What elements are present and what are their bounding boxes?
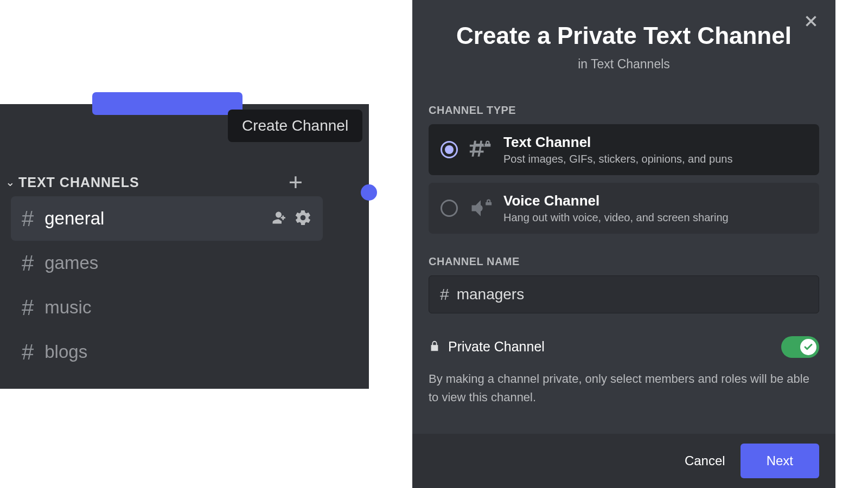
channel-name-input[interactable] [457, 286, 808, 303]
modal-footer: Cancel Next [412, 434, 835, 488]
section-label-channel-name: CHANNEL NAME [429, 255, 819, 268]
section-label-channel-type: CHANNEL TYPE [429, 104, 819, 117]
radio-selected-icon [441, 141, 458, 158]
hash-icon: # [440, 285, 449, 304]
channel-sidebar-snippet: Create Channel ⌄ TEXT CHANNELS + # gener… [0, 104, 369, 389]
radio-unselected-icon [441, 200, 458, 217]
channel-name-input-wrapper[interactable]: # [429, 275, 819, 313]
private-channel-description: By making a channel private, only select… [429, 370, 819, 407]
hash-icon: # [22, 251, 34, 275]
next-button[interactable]: Next [741, 444, 819, 478]
active-indicator-pill [92, 92, 242, 115]
close-button[interactable] [802, 12, 820, 33]
invite-people-icon[interactable] [270, 209, 288, 229]
channel-type-text[interactable]: Text Channel Post images, GIFs, stickers… [429, 124, 819, 175]
add-channel-button[interactable]: + [289, 168, 303, 196]
channel-name: general [44, 208, 104, 229]
channel-item-general[interactable]: # general [11, 196, 323, 241]
cancel-button[interactable]: Cancel [685, 453, 725, 468]
text-channel-lock-icon [469, 138, 493, 162]
channel-type-voice[interactable]: Voice Channel Hang out with voice, video… [429, 183, 819, 234]
create-channel-modal: Create a Private Text Channel in Text Ch… [412, 0, 835, 488]
hash-icon: # [22, 296, 34, 320]
channel-item-blogs[interactable]: # blogs [11, 330, 323, 374]
hash-icon: # [22, 340, 34, 364]
channel-item-music[interactable]: # music [11, 285, 323, 330]
notification-dot [361, 184, 377, 201]
channel-name: blogs [44, 342, 87, 362]
voice-channel-lock-icon [469, 196, 493, 220]
type-title: Voice Channel [503, 192, 729, 209]
category-header-text-channels[interactable]: ⌄ TEXT CHANNELS + [5, 168, 309, 196]
private-channel-label: Private Channel [448, 339, 545, 355]
modal-subtitle: in Text Channels [434, 57, 814, 72]
lock-icon [429, 340, 441, 354]
channel-name: games [44, 253, 98, 273]
channel-item-games[interactable]: # games [11, 241, 323, 285]
private-channel-row: Private Channel [429, 336, 819, 358]
type-title: Text Channel [503, 134, 732, 151]
toggle-knob-check-icon [800, 339, 816, 355]
channel-list: # general # games # music # blogs [11, 196, 323, 374]
category-label: TEXT CHANNELS [18, 175, 139, 190]
channel-name: music [44, 297, 91, 318]
create-channel-tooltip: Create Channel [228, 110, 362, 142]
modal-title: Create a Private Text Channel [434, 22, 814, 50]
hash-icon: # [22, 207, 34, 231]
type-desc: Hang out with voice, video, and screen s… [503, 211, 729, 224]
chevron-down-icon: ⌄ [5, 176, 15, 189]
modal-header: Create a Private Text Channel in Text Ch… [412, 0, 835, 72]
type-desc: Post images, GIFs, stickers, opinions, a… [503, 153, 732, 165]
private-channel-toggle[interactable] [781, 336, 819, 358]
gear-icon[interactable] [294, 209, 312, 229]
